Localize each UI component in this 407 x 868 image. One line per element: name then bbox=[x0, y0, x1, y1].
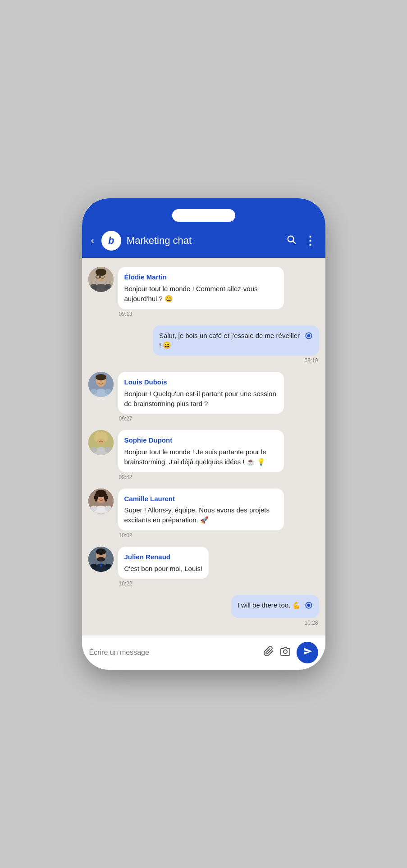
avatar bbox=[88, 430, 114, 455]
message-row: I will be there too. 💪 10:28 bbox=[88, 595, 319, 626]
message-row: Salut, je bois un café et j'essaie de me… bbox=[88, 325, 319, 364]
message-time: 09:42 bbox=[118, 474, 284, 480]
avatar bbox=[88, 372, 114, 397]
app-header: ‹ b Marketing chat ⋮ bbox=[82, 225, 325, 258]
phone-notch bbox=[172, 209, 235, 222]
read-receipt-icon bbox=[305, 601, 313, 612]
camera-icon[interactable] bbox=[279, 646, 291, 659]
message-content: Sophie Dupont Bonjour tout le monde ! Je… bbox=[118, 430, 284, 480]
chat-area: Élodie Martin Bonjour tout le monde ! Co… bbox=[82, 258, 325, 635]
app-logo: b bbox=[101, 231, 121, 251]
avatar bbox=[88, 547, 114, 572]
message-bubble: I will be there too. 💪 bbox=[231, 595, 319, 617]
svg-point-25 bbox=[90, 447, 97, 452]
chat-title: Marketing chat bbox=[127, 235, 281, 247]
message-content: Louis Dubois Bonjour ! Quelqu'un est-il … bbox=[118, 372, 284, 422]
message-time: 09:19 bbox=[303, 357, 319, 364]
svg-point-23 bbox=[103, 434, 108, 442]
svg-point-17 bbox=[90, 389, 97, 394]
svg-point-34 bbox=[105, 506, 112, 511]
sender-name: Élodie Martin bbox=[124, 272, 278, 282]
svg-point-44 bbox=[307, 604, 310, 607]
svg-line-1 bbox=[293, 242, 295, 244]
header-actions: ⋮ bbox=[286, 234, 316, 248]
message-content: I will be there too. 💪 10:28 bbox=[231, 595, 319, 626]
message-time: 09:13 bbox=[118, 311, 284, 317]
svg-point-30 bbox=[94, 493, 98, 502]
more-options-icon[interactable]: ⋮ bbox=[304, 234, 316, 248]
message-content: Salut, je bois un café et j'essaie de me… bbox=[153, 325, 319, 364]
svg-point-22 bbox=[94, 434, 99, 442]
message-row: Camille Laurent Super ! Allons-y, équipe… bbox=[88, 489, 319, 539]
message-text: Bonjour tout le monde ! Comment allez-vo… bbox=[124, 284, 278, 304]
message-bubble: Salut, je bois un café et j'essaie de me… bbox=[153, 325, 319, 356]
svg-point-40 bbox=[90, 564, 97, 569]
message-bubble: Élodie Martin Bonjour tout le monde ! Co… bbox=[118, 267, 284, 309]
message-text: I will be there too. 💪 bbox=[238, 600, 301, 610]
phone-top-bar bbox=[82, 198, 325, 225]
svg-point-45 bbox=[284, 650, 287, 653]
svg-point-9 bbox=[90, 284, 97, 289]
send-icon bbox=[303, 647, 312, 658]
avatar bbox=[88, 267, 114, 292]
message-bubble: Camille Laurent Super ! Allons-y, équipe… bbox=[118, 489, 284, 530]
send-button[interactable] bbox=[297, 642, 318, 663]
back-button[interactable]: ‹ bbox=[91, 235, 94, 247]
message-text: Bonjour ! Quelqu'un est-il partant pour … bbox=[124, 389, 278, 409]
svg-point-31 bbox=[104, 493, 108, 502]
read-receipt-icon bbox=[305, 332, 313, 343]
message-text: Salut, je bois un café et j'essaie de me… bbox=[159, 331, 301, 351]
message-row: Élodie Martin Bonjour tout le monde ! Co… bbox=[88, 267, 319, 317]
message-bubble: Julien Renaud C'est bon pour moi, Louis! bbox=[118, 547, 209, 579]
phone-frame: ‹ b Marketing chat ⋮ bbox=[82, 198, 325, 669]
message-time: 10:28 bbox=[303, 620, 319, 626]
message-content: Julien Renaud C'est bon pour moi, Louis!… bbox=[118, 547, 209, 587]
svg-point-33 bbox=[90, 506, 97, 511]
search-icon[interactable] bbox=[286, 234, 296, 247]
message-bubble: Louis Dubois Bonjour ! Quelqu'un est-il … bbox=[118, 372, 284, 414]
message-row: Louis Dubois Bonjour ! Quelqu'un est-il … bbox=[88, 372, 319, 422]
sender-name: Julien Renaud bbox=[124, 552, 203, 562]
message-row: Sophie Dupont Bonjour tout le monde ! Je… bbox=[88, 430, 319, 480]
message-time: 10:22 bbox=[118, 580, 209, 587]
svg-point-12 bbox=[307, 334, 310, 337]
message-text: Bonjour tout le monde ! Je suis partante… bbox=[124, 447, 278, 467]
svg-point-10 bbox=[105, 284, 112, 289]
message-time: 10:02 bbox=[118, 532, 284, 539]
sender-name: Louis Dubois bbox=[124, 377, 278, 387]
sender-name: Camille Laurent bbox=[124, 494, 278, 504]
input-bar bbox=[82, 635, 325, 670]
message-content: Élodie Martin Bonjour tout le monde ! Co… bbox=[118, 267, 284, 317]
svg-point-38 bbox=[97, 557, 105, 562]
svg-point-7 bbox=[96, 269, 106, 276]
message-input[interactable] bbox=[89, 649, 258, 657]
svg-point-15 bbox=[96, 374, 106, 380]
message-text: Super ! Allons-y, équipe. Nous avons des… bbox=[124, 505, 278, 525]
svg-point-26 bbox=[105, 447, 112, 452]
svg-point-37 bbox=[96, 548, 106, 555]
message-text: C'est bon pour moi, Louis! bbox=[124, 564, 203, 574]
message-content: Camille Laurent Super ! Allons-y, équipe… bbox=[118, 489, 284, 539]
message-time: 09:27 bbox=[118, 416, 284, 422]
message-bubble: Sophie Dupont Bonjour tout le monde ! Je… bbox=[118, 430, 284, 472]
svg-point-41 bbox=[105, 564, 112, 569]
message-row: Julien Renaud C'est bon pour moi, Louis!… bbox=[88, 547, 319, 587]
sender-name: Sophie Dupont bbox=[124, 435, 278, 445]
avatar bbox=[88, 489, 114, 514]
attachment-icon[interactable] bbox=[263, 646, 274, 659]
svg-point-18 bbox=[105, 389, 112, 394]
